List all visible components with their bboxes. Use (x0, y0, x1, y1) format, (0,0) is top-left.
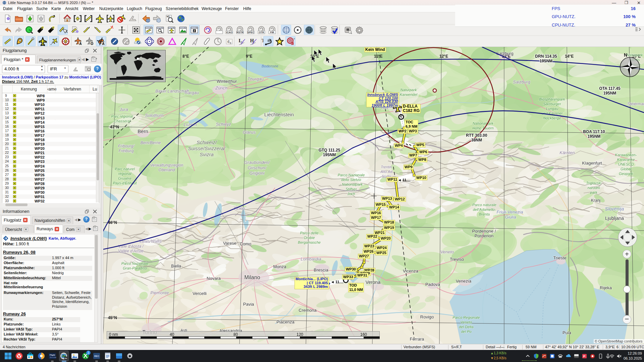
svg-text:Grischun/: Grischun/ (248, 165, 267, 170)
svg-text:OTA 117.45: OTA 117.45 (599, 86, 621, 91)
svg-text:OTR: OTR (259, 31, 264, 34)
svg-text:Alto Ad: Alto Ad (380, 170, 392, 174)
svg-text:Nationalpark: Nationalpark (473, 121, 493, 125)
svg-text:Steiermark: Steiermark (627, 102, 644, 106)
svg-text:8°E: 8°E (182, 54, 189, 59)
svg-text:Karawanken-: Karawanken- (615, 153, 637, 157)
svg-text:Lombardia: Lombardia (301, 256, 321, 261)
svg-text:Graubünden/: Graubünden/ (244, 160, 270, 165)
svg-text:Pordenone /: Pordenone / (472, 229, 496, 234)
svg-text:Naturpark: Naturpark (400, 88, 417, 92)
svg-text:Piemonte: Piemonte (151, 290, 169, 295)
svg-text:Cremona: Cremona (299, 308, 317, 313)
svg-text:Luzern: Luzern (183, 122, 197, 127)
svg-text:Salzburger: Salzburger (543, 102, 561, 106)
svg-text:160: 160 (360, 332, 367, 337)
svg-text:- Nationalpark: - Nationalpark (340, 182, 363, 186)
svg-text:DRN 114.35: DRN 114.35 (535, 54, 557, 59)
svg-text:Glarus: Glarus (243, 130, 256, 135)
svg-text:Pordenon: Pordenon (475, 233, 493, 238)
svg-text:Brenta: Brenta (479, 212, 490, 216)
svg-text:Stilfser: Stilfser (345, 187, 357, 191)
svg-text:Parc naturel: Parc naturel (115, 167, 135, 171)
svg-text:Fribourg/: Fribourg/ (118, 144, 135, 148)
svg-text:Winterthur: Winterthur (217, 79, 237, 84)
svg-text:80: 80 (233, 332, 238, 337)
svg-text:120: 120 (297, 332, 303, 337)
svg-text:Trentin: Trentin (381, 165, 392, 169)
svg-text:195NM: 195NM (603, 91, 616, 96)
svg-text:Rovigo: Rovigo (420, 314, 434, 319)
svg-text:Piacenza: Piacenza (276, 319, 294, 324)
svg-text:Parco Nazionale: Parco Nazionale (338, 173, 365, 177)
svg-text:Biosphärenpark: Biosphärenpark (539, 97, 565, 101)
svg-text:40: 40 (170, 332, 174, 337)
svg-text:12°E: 12°E (439, 54, 448, 59)
svg-text:ICAO: ICAO (226, 31, 232, 34)
svg-text:UNESCO: UNESCO (618, 162, 634, 166)
svg-text:Vercelli: Vercelli (193, 291, 207, 296)
svg-text:Salzburg: Salzburg (496, 51, 513, 56)
svg-text:Rijeka: Rijeka (600, 285, 612, 290)
svg-text:Venezia: Venezia (456, 279, 472, 284)
svg-text:Parco delle: Parco delle (300, 231, 318, 235)
svg-text:Karwendel: Karwendel (400, 93, 418, 97)
svg-text:Freiburg: Freiburg (119, 148, 134, 153)
svg-text:Geopark: Geopark (619, 172, 633, 176)
svg-text:P: P (583, 354, 585, 358)
svg-text:Lungau: Lungau (546, 107, 558, 111)
svg-text:Flight: Flight (50, 354, 55, 356)
svg-text:Pavia: Pavia (243, 302, 254, 307)
svg-text:195NM: 195NM (323, 153, 336, 157)
svg-text:Novara: Novara (207, 276, 221, 281)
svg-text:Trieste: Trieste (553, 255, 566, 260)
svg-text:Zürich: Zürich (215, 85, 227, 90)
svg-text:Karavanke: Karavanke (617, 158, 635, 162)
svg-text:Global: Global (621, 167, 631, 171)
svg-text:A: A (79, 42, 82, 45)
svg-text:Kranj: Kranj (591, 198, 600, 203)
svg-text:◄ 11....: ◄ 11.... (398, 178, 411, 182)
svg-text:Joch: Joch (347, 192, 355, 196)
svg-text:RTT 303.00: RTT 303.00 (466, 133, 487, 138)
svg-text:Schweiz/: Schweiz/ (197, 139, 217, 145)
svg-text:O: O (91, 42, 93, 45)
svg-text:SPEC: SPEC (247, 31, 254, 34)
svg-text:+: + (293, 37, 295, 41)
svg-text:64: 64 (65, 357, 67, 359)
svg-text:Milano: Milano (244, 275, 260, 280)
svg-text:Parco Nazionale: Parco Nazionale (121, 261, 149, 265)
svg-text:dello Stelvio: dello Stelvio (341, 178, 361, 182)
svg-text:park: park (590, 190, 597, 194)
svg-text:Nockberge: Nockberge (543, 116, 561, 120)
svg-text:BOA 117.10: BOA 117.10 (583, 129, 605, 134)
svg-text:Biella: Biella (171, 264, 181, 268)
svg-text:dell'Adamello-: dell'Adamello- (473, 207, 496, 212)
svg-text:Treviso: Treviso (450, 257, 464, 262)
svg-text:Veneto: Veneto (440, 249, 454, 254)
svg-text:Orobie: Orobie (304, 236, 315, 240)
svg-text:Schwyz: Schwyz (216, 122, 231, 127)
svg-text:L: L (238, 38, 242, 43)
svg-text:Basel Landschaft: Basel Landschaft (155, 88, 189, 94)
svg-text:0 nm: 0 nm (109, 332, 118, 337)
svg-text:Salzburg: Salzburg (513, 79, 530, 84)
svg-text:REC: REC (94, 355, 99, 357)
svg-text:Jura: Jura (119, 107, 128, 112)
svg-text:FIR: FIR (270, 31, 274, 34)
svg-text:Chasseral: Chasseral (114, 119, 130, 123)
svg-text:Varese: Varese (223, 241, 236, 246)
svg-text:Liechtenstein: Liechtenstein (264, 112, 294, 117)
svg-text:Como: Como (240, 241, 252, 246)
svg-text:régional: régional (118, 172, 131, 176)
svg-text:Padova: Padova (425, 282, 440, 287)
svg-text:Parc régional: Parc régional (111, 114, 133, 118)
svg-text:38NM: 38NM (471, 138, 482, 142)
svg-text:Ljubljana: Ljubljana (605, 216, 624, 221)
svg-text:A: A (102, 42, 105, 45)
svg-text:9°E: 9°E (246, 54, 252, 59)
svg-text:Slovenija: Slovenija (605, 206, 624, 212)
svg-text:Veneto: Veneto (461, 320, 472, 324)
svg-text:Vallée d'Aoste: Vallée d'Aoste (118, 249, 144, 253)
svg-text:narodni: narodni (588, 186, 600, 190)
